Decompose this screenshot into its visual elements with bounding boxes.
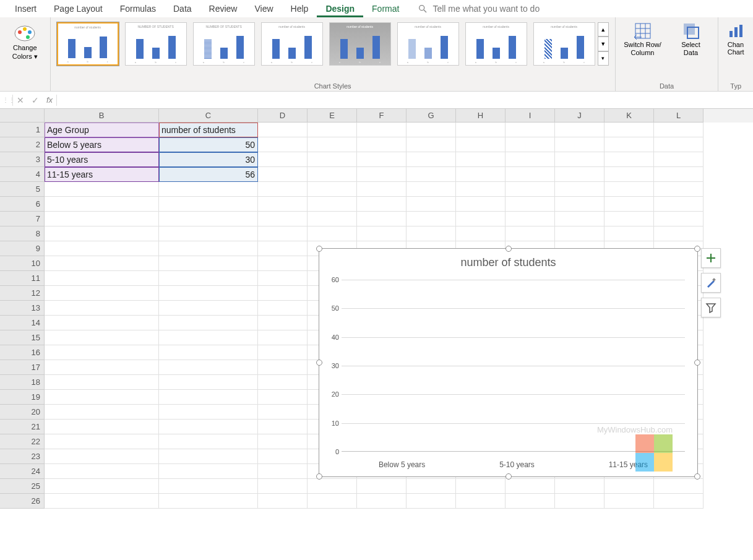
cell-D24[interactable] (258, 464, 308, 479)
cell-B26[interactable] (45, 494, 159, 509)
cell-D26[interactable] (258, 494, 308, 509)
gallery-scroll-up[interactable]: ▲ (598, 22, 609, 37)
col-header-F[interactable]: F (357, 109, 407, 123)
cell-K26[interactable] (605, 494, 654, 509)
resize-handle-tr[interactable] (694, 246, 700, 252)
cell-D25[interactable] (258, 479, 308, 494)
cell-C10[interactable] (159, 256, 258, 271)
cell-C1[interactable]: number of students (159, 123, 258, 137)
cell-H25[interactable] (456, 479, 506, 494)
cell-J7[interactable] (555, 212, 605, 226)
cell-B4[interactable]: 11-15 years (45, 167, 159, 182)
cell-L26[interactable] (654, 494, 704, 509)
tab-review[interactable]: Review (200, 0, 246, 17)
cell-B15[interactable] (45, 330, 159, 345)
chart-style-5[interactable]: number of students abc (329, 22, 391, 66)
tab-data[interactable]: Data (165, 0, 200, 17)
cell-L7[interactable] (654, 212, 704, 226)
cell-C14[interactable] (159, 316, 258, 330)
cell-G1[interactable] (407, 123, 456, 137)
col-header-I[interactable]: I (506, 109, 555, 123)
cell-J3[interactable] (555, 152, 605, 167)
cell-D21[interactable] (258, 420, 308, 434)
cell-B24[interactable] (45, 464, 159, 479)
formula-input[interactable] (57, 95, 753, 105)
gallery-scroll-down[interactable]: ▼ (598, 37, 609, 51)
cell-D6[interactable] (258, 197, 308, 212)
row-header-19[interactable]: 19 (0, 390, 45, 405)
cell-F8[interactable] (357, 226, 407, 241)
cell-B9[interactable] (45, 241, 159, 256)
cell-E1[interactable] (308, 123, 357, 137)
tab-help[interactable]: Help (282, 0, 317, 17)
cell-F7[interactable] (357, 212, 407, 226)
cell-L25[interactable] (654, 479, 704, 494)
row-header-26[interactable]: 26 (0, 494, 45, 509)
row-header-11[interactable]: 11 (0, 271, 45, 286)
cell-G26[interactable] (407, 494, 456, 509)
cell-B7[interactable] (45, 212, 159, 226)
cell-C25[interactable] (159, 479, 258, 494)
resize-handle-bl[interactable] (316, 473, 322, 480)
row-header-18[interactable]: 18 (0, 375, 45, 390)
cell-D11[interactable] (258, 271, 308, 286)
cell-C13[interactable] (159, 301, 258, 316)
chart-filter-button[interactable] (701, 298, 721, 317)
row-header-13[interactable]: 13 (0, 301, 45, 316)
cell-J5[interactable] (555, 182, 605, 197)
resize-handle-ml[interactable] (316, 360, 322, 366)
formula-enter-button[interactable]: ✓ (28, 95, 43, 105)
row-header-24[interactable]: 24 (0, 464, 45, 479)
cell-G7[interactable] (407, 212, 456, 226)
cell-B5[interactable] (45, 182, 159, 197)
cell-L6[interactable] (654, 197, 704, 212)
row-header-22[interactable]: 22 (0, 434, 45, 449)
cell-D14[interactable] (258, 316, 308, 330)
cell-B6[interactable] (45, 197, 159, 212)
col-header-D[interactable]: D (258, 109, 308, 123)
cell-B3[interactable]: 5-10 years (45, 152, 159, 167)
cell-I25[interactable] (506, 479, 555, 494)
cell-B12[interactable] (45, 286, 159, 301)
resize-handle-bm[interactable] (506, 473, 512, 480)
cell-B21[interactable] (45, 420, 159, 434)
cell-C15[interactable] (159, 330, 258, 345)
cell-B17[interactable] (45, 360, 159, 375)
change-chart-type-button[interactable]: Chan Chart (718, 21, 753, 56)
cell-C24[interactable] (159, 464, 258, 479)
cell-F6[interactable] (357, 197, 407, 212)
cell-E25[interactable] (308, 479, 357, 494)
switch-row-column-button[interactable]: Switch Row/ Column (621, 21, 665, 91)
cell-J25[interactable] (555, 479, 605, 494)
cell-D17[interactable] (258, 360, 308, 375)
row-header-6[interactable]: 6 (0, 197, 45, 212)
chart-style-7[interactable]: number of students abc (465, 22, 527, 66)
cell-B10[interactable] (45, 256, 159, 271)
cell-G4[interactable] (407, 167, 456, 182)
cell-G6[interactable] (407, 197, 456, 212)
row-header-1[interactable]: 1 (0, 123, 45, 137)
cell-G2[interactable] (407, 137, 456, 152)
cell-I8[interactable] (506, 226, 555, 241)
cell-C6[interactable] (159, 197, 258, 212)
tab-format[interactable]: Format (363, 0, 408, 17)
cell-G25[interactable] (407, 479, 456, 494)
cell-G3[interactable] (407, 152, 456, 167)
cell-C26[interactable] (159, 494, 258, 509)
cell-J26[interactable] (555, 494, 605, 509)
cell-D15[interactable] (258, 330, 308, 345)
cell-D8[interactable] (258, 226, 308, 241)
cell-C17[interactable] (159, 360, 258, 375)
select-data-button[interactable]: Select Data (669, 21, 713, 91)
cell-E5[interactable] (308, 182, 357, 197)
cell-F25[interactable] (357, 479, 407, 494)
row-header-16[interactable]: 16 (0, 345, 45, 360)
cell-C7[interactable] (159, 212, 258, 226)
change-colors-button[interactable]: Change Colors ▾ (12, 43, 38, 61)
cell-D5[interactable] (258, 182, 308, 197)
cell-J4[interactable] (555, 167, 605, 182)
cell-B1[interactable]: Age Group (45, 123, 159, 137)
cell-C5[interactable] (159, 182, 258, 197)
cell-B25[interactable] (45, 479, 159, 494)
cell-E26[interactable] (308, 494, 357, 509)
